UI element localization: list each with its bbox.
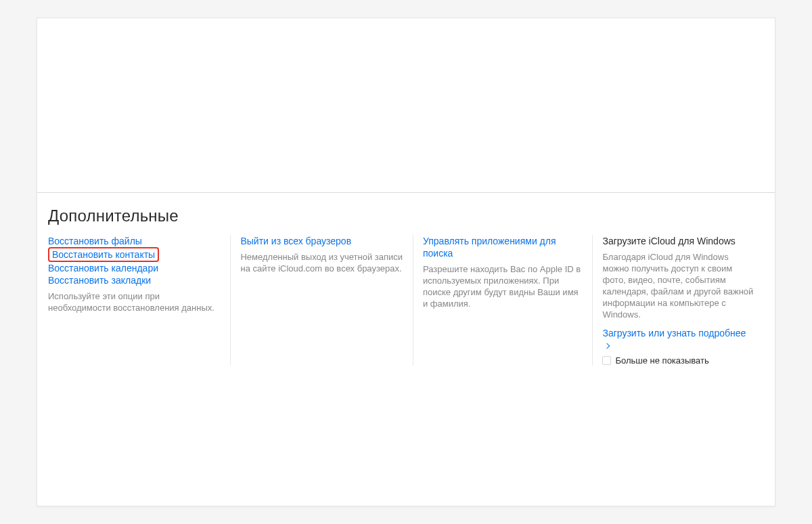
download-learn-more-label: Загрузить или узнать подробнее [602,328,746,339]
restore-contacts-link[interactable]: Восстановить контакты [52,248,155,261]
restore-description: Используйте эти опции при необходимости … [48,290,221,313]
settings-card: Дополнительные Восстановить файлы Восста… [37,18,775,506]
manage-lookup-apps-link[interactable]: Управлять приложениями для поиска [423,235,583,259]
section-columns: Восстановить файлы Восстановить контакты… [48,235,764,366]
dont-show-checkbox[interactable] [602,356,611,365]
learn-more-row: Загрузить или узнать подробнее [602,327,754,351]
chevron-right-icon [604,343,610,349]
signout-all-browsers-link[interactable]: Выйти из всех браузеров [240,235,351,247]
restore-bookmarks-link[interactable]: Восстановить закладки [48,274,221,286]
section-title: Дополнительные [48,206,764,225]
restore-files-link[interactable]: Восстановить файлы [48,235,221,247]
dont-show-row[interactable]: Больше не показывать [602,355,754,366]
upper-empty-area [37,18,775,193]
icloud-windows-description: Благодаря iCloud для Windows можно получ… [602,251,754,320]
restore-link-list: Восстановить файлы Восстановить контакты… [48,235,221,286]
icloud-windows-column: Загрузите iCloud для Windows Благодаря i… [592,235,764,366]
highlight-annotation: Восстановить контакты [48,247,159,262]
signout-description: Немедленный выход из учетной записи на с… [240,251,403,274]
dont-show-label: Больше не показывать [615,355,708,366]
advanced-section: Дополнительные Восстановить файлы Восста… [37,193,775,382]
icloud-windows-title: Загрузите iCloud для Windows [602,235,754,247]
restore-calendars-link[interactable]: Восстановить календари [48,262,221,274]
lookup-description: Разрешите находить Вас по Apple ID в исп… [423,263,583,309]
restore-column: Восстановить файлы Восстановить контакты… [48,235,230,366]
lookup-column: Управлять приложениями для поиска Разреш… [413,235,593,366]
download-learn-more-link[interactable]: Загрузить или узнать подробнее [602,327,754,351]
signout-column: Выйти из всех браузеров Немедленный выхо… [230,235,413,366]
